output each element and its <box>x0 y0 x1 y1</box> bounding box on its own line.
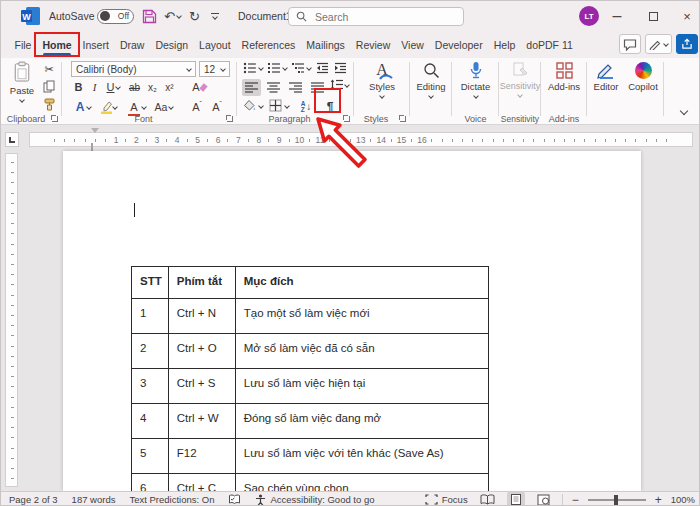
dictate-button[interactable]: Dictate <box>456 61 495 98</box>
increase-indent-button[interactable] <box>334 62 347 74</box>
page-info[interactable]: Page 2 of 3 <box>9 494 58 505</box>
clipboard-dialog-launcher[interactable] <box>50 114 59 123</box>
table-header-cell[interactable]: Mục đích <box>235 267 488 299</box>
tab-review[interactable]: Review <box>350 31 395 58</box>
tab-references[interactable]: References <box>236 31 301 58</box>
editing-mode-button[interactable] <box>645 34 672 54</box>
table-cell[interactable]: 6 <box>132 474 169 492</box>
tab-developer[interactable]: Developer <box>429 31 488 58</box>
table-cell[interactable]: Ctrl + S <box>168 369 235 404</box>
font-dialog-launcher[interactable] <box>225 114 234 123</box>
table-cell[interactable]: Lưu sổ làm việc hiện tại <box>235 369 488 404</box>
table-cell[interactable]: Tạo một sổ làm việc mới <box>235 299 488 334</box>
table-cell[interactable]: 3 <box>132 369 169 404</box>
cut-button[interactable]: ✂ <box>41 62 57 76</box>
tab-help[interactable]: Help <box>488 31 521 58</box>
table-header-cell[interactable]: STT <box>132 267 169 299</box>
tab-mailings[interactable]: Mailings <box>301 31 351 58</box>
multilevel-list-button[interactable] <box>291 62 311 74</box>
table-cell[interactable]: 5 <box>132 439 169 474</box>
table-header-cell[interactable]: Phím tắt <box>168 267 235 299</box>
font-color-button[interactable]: A <box>127 99 141 115</box>
share-button[interactable] <box>676 34 698 54</box>
maximize-button[interactable] <box>639 1 667 31</box>
editor-button[interactable]: Editor <box>589 62 623 92</box>
tab-insert[interactable]: Insert <box>77 31 114 58</box>
shading-button[interactable] <box>243 99 263 112</box>
table-cell[interactable]: 2 <box>132 334 169 369</box>
close-button[interactable]: × <box>673 1 700 31</box>
styles-gallery-button[interactable]: A Styles <box>365 61 399 98</box>
comments-button[interactable] <box>619 34 641 54</box>
table-cell[interactable]: Ctrl + O <box>168 334 235 369</box>
tab-home[interactable]: Home <box>37 31 77 58</box>
copy-button[interactable] <box>41 79 57 93</box>
table-cell[interactable]: 4 <box>132 404 169 439</box>
align-right-button[interactable] <box>286 79 305 96</box>
copilot-button[interactable]: Copilot <box>625 62 661 92</box>
grow-font-button[interactable]: Aˆ <box>189 99 205 115</box>
tab-dopdf[interactable]: doPDF 11 <box>521 31 579 58</box>
avatar[interactable]: LT <box>579 6 599 26</box>
zoom-in-button[interactable]: + <box>655 493 662 506</box>
search-input[interactable] <box>313 10 443 24</box>
zoom-out-button[interactable]: − <box>572 493 579 506</box>
styles-dialog-launcher[interactable] <box>398 114 407 123</box>
italic-button[interactable]: I <box>88 80 101 95</box>
redo-button[interactable]: ↻ <box>189 1 200 31</box>
table-cell[interactable]: Sao chép vùng chọn <box>235 474 488 492</box>
bold-button[interactable]: B <box>72 80 85 95</box>
superscript-button[interactable]: x² <box>162 80 177 95</box>
table-cell[interactable]: Ctrl + W <box>168 404 235 439</box>
table-cell[interactable]: Đóng sổ làm việc đang mở <box>235 404 488 439</box>
numbering-button[interactable] <box>267 62 287 74</box>
accessibility-status[interactable]: Accessibility: Good to go <box>255 494 374 506</box>
center-button[interactable] <box>264 79 283 96</box>
save-icon[interactable] <box>142 1 157 31</box>
table-cell[interactable]: F12 <box>168 439 235 474</box>
focus-button[interactable]: Focus <box>425 494 468 505</box>
paste-button[interactable]: Paste <box>7 61 37 102</box>
format-painter-button[interactable] <box>41 97 57 111</box>
autosave-toggle[interactable]: Off <box>97 1 134 31</box>
tab-design[interactable]: Design <box>150 31 194 58</box>
zoom-level[interactable]: 100% <box>671 494 695 505</box>
text-effects-chevron[interactable] <box>87 105 91 109</box>
font-name-select[interactable]: Calibri (Body) <box>71 61 196 77</box>
read-mode-button[interactable] <box>477 493 498 506</box>
change-case-chevron[interactable] <box>169 105 173 109</box>
change-case-button[interactable]: Aa <box>153 99 169 115</box>
shrink-font-button[interactable]: Aˇ <box>209 99 225 115</box>
minimize-button[interactable]: – <box>603 1 631 31</box>
tab-layout[interactable]: Layout <box>194 31 237 58</box>
word-count[interactable]: 187 words <box>72 494 116 505</box>
tab-stop-selector[interactable] <box>5 132 19 147</box>
text-predictions[interactable]: Text Predictions: On <box>129 494 214 505</box>
table-cell[interactable]: Mở sổ làm việc đã có sẵn <box>235 334 488 369</box>
collapse-ribbon-button[interactable] <box>681 108 687 114</box>
zoom-slider-thumb[interactable] <box>614 495 618 505</box>
highlight-button[interactable] <box>99 99 113 115</box>
sensitivity-button[interactable]: Sensitivity <box>497 62 543 97</box>
proofing-button[interactable] <box>228 494 241 505</box>
decrease-indent-button[interactable] <box>316 62 329 74</box>
undo-button[interactable]: ↶ <box>164 1 181 31</box>
editing-button[interactable]: Editing <box>413 62 449 98</box>
bullets-button[interactable] <box>243 62 263 74</box>
font-color-chevron[interactable] <box>142 105 146 109</box>
tab-draw[interactable]: Draw <box>114 31 150 58</box>
tab-file[interactable]: File <box>9 31 37 58</box>
underline-options-chevron[interactable] <box>116 85 120 89</box>
table-cell[interactable]: Lưu sổ làm việc với tên khác (Save As) <box>235 439 488 474</box>
subscript-button[interactable]: x₂ <box>145 80 160 95</box>
tab-view[interactable]: View <box>396 31 430 58</box>
quick-access-more-button[interactable] <box>211 1 219 31</box>
document-page[interactable]: STT Phím tắt Mục đích 1Ctrl + NTạo một s… <box>63 151 641 491</box>
borders-button[interactable] <box>269 99 289 112</box>
table-cell[interactable]: Ctrl + C <box>168 474 235 492</box>
table-cell[interactable]: Ctrl + N <box>168 299 235 334</box>
text-effects-button[interactable]: A <box>73 99 87 115</box>
align-left-button[interactable] <box>242 79 261 96</box>
font-size-select[interactable]: 12 <box>199 61 230 77</box>
web-layout-button[interactable] <box>534 493 553 506</box>
